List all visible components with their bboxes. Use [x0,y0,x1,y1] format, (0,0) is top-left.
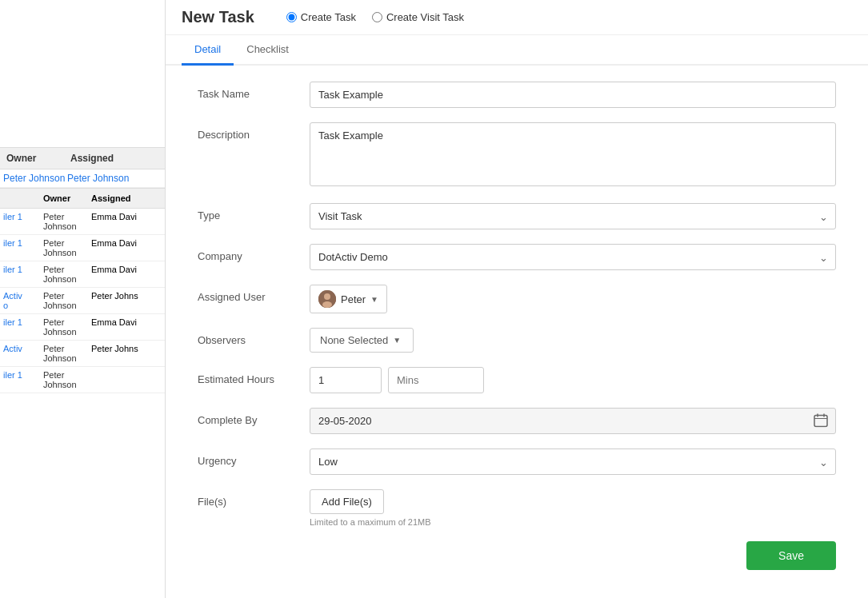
description-control: Task Example [310,122,836,189]
row-assigned: Emma Davi [91,317,162,337]
owner-link[interactable]: Peter Johnson [3,173,65,184]
observers-control: None Selected ▼ [310,328,836,353]
assigned-user-label: Assigned User [198,285,310,303]
urgency-label: Urgency [198,448,310,467]
row-comer[interactable]: iler 1 [3,317,43,337]
col-assigned2: Assigned [91,193,162,203]
row-comer[interactable]: iler 1 [3,238,43,257]
row-assigned: Peter Johns [91,291,162,310]
type-label: Type [198,203,310,221]
observers-button[interactable]: None Selected ▼ [310,328,414,353]
left-panel: Owner Assigned Peter Johnson Peter Johns… [0,0,166,598]
row-assigned: Emma Davi [91,212,162,231]
description-row: Description Task Example [198,122,836,189]
hours-input[interactable] [310,367,382,393]
save-button[interactable]: Save [746,541,836,570]
user-dropdown-arrow: ▼ [370,295,378,304]
radio-create-task-label: Create Task [301,11,356,23]
table-row: Activ PeterJohnson Peter Johns [0,341,165,367]
urgency-select[interactable]: Low Medium High [310,448,836,475]
radio-create-visit[interactable]: Create Visit Task [372,11,464,23]
observers-row: Observers None Selected ▼ [198,328,836,353]
row-comer[interactable]: iler 1 [3,265,43,284]
save-row: Save [198,541,836,586]
row-assigned: Emma Davi [91,265,162,284]
owner-cell[interactable]: Peter Johnson [3,173,67,184]
avatar-icon [318,290,336,308]
estimated-hours-control [310,367,836,393]
table-row: iler 1 PeterJohnson Emma Davi [0,235,165,261]
assigned-cell[interactable]: Peter Johnson [67,173,162,184]
date-wrapper [310,408,836,434]
tab-checklist[interactable]: Checklist [234,35,302,66]
calendar-svg [814,413,828,427]
assigned-user-name: Peter [341,293,366,305]
company-control: DotActiv Demo ⌄ [310,244,836,270]
mins-input[interactable] [388,367,484,393]
urgency-select-wrapper: Low Medium High ⌄ [310,448,836,475]
observers-value: None Selected [320,334,388,346]
company-select-wrapper: DotActiv Demo ⌄ [310,244,836,270]
company-label: Company [198,244,310,262]
task-name-control [310,82,836,108]
company-row: Company DotActiv Demo ⌄ [198,244,836,270]
files-row: File(s) Add File(s) Limited to a maximum… [198,489,836,527]
assigned-user-row: Assigned User Peter ▼ [198,285,836,313]
row-owner: PeterJohnson [43,238,91,257]
assigned-link[interactable]: Peter Johnson [67,173,129,184]
row-assigned [91,370,162,389]
user-avatar [318,290,336,308]
estimated-hours-label: Estimated Hours [198,367,310,385]
tab-detail[interactable]: Detail [182,35,234,66]
svg-point-2 [322,301,332,308]
row-comer[interactable]: Activo [3,291,43,310]
table-section-2: Owner Assigned iler 1 PeterJohnson Emma … [0,188,165,393]
estimated-hours-row: Estimated Hours [198,367,836,393]
add-files-button[interactable]: Add File(s) [310,489,384,514]
radio-create-task-input[interactable] [286,12,297,22]
svg-point-1 [324,293,330,300]
row-owner: PeterJohnson [43,317,91,337]
col-comer [3,193,43,203]
table-row: iler 1 PeterJohnson Emma Davi [0,261,165,288]
tab-bar: Detail Checklist [166,35,868,66]
type-row: Type Visit Task General Task ⌄ [198,203,836,229]
complete-by-control [310,408,836,434]
description-label: Description [198,122,310,141]
type-control: Visit Task General Task ⌄ [310,203,836,229]
row-owner: PeterJohnson [43,370,91,389]
form-body: Task Name Description Task Example Type … [166,66,868,598]
radio-create-visit-input[interactable] [372,12,382,22]
calendar-icon[interactable] [814,413,828,429]
row-comer[interactable]: Activ [3,344,43,363]
table-row: Peter Johnson Peter Johnson [0,169,165,188]
file-note: Limited to a maximum of 21MB [310,517,836,527]
row-owner: PeterJohnson [43,212,91,231]
svg-rect-3 [814,415,827,426]
table-section-1: Owner Assigned Peter Johnson Peter Johns… [0,148,165,188]
col-header-assigned: Assigned [67,153,162,164]
col-owner2: Owner [43,193,91,203]
row-comer[interactable]: iler 1 [3,370,43,389]
task-name-input[interactable] [310,82,836,108]
observers-dropdown-arrow: ▼ [393,336,401,345]
files-label: File(s) [198,489,310,508]
assigned-user-button[interactable]: Peter ▼ [310,285,387,313]
table-header-2: Owner Assigned [0,188,165,209]
row-owner: PeterJohnson [43,265,91,284]
row-comer[interactable]: iler 1 [3,212,43,231]
left-panel-top [0,0,165,148]
company-select[interactable]: DotActiv Demo [310,244,836,270]
description-input[interactable]: Task Example [310,122,836,186]
task-name-label: Task Name [198,82,310,100]
radio-group: Create Task Create Visit Task [286,11,464,23]
date-input[interactable] [310,408,836,434]
row-assigned: Peter Johns [91,344,162,363]
row-owner: PeterJohnson [43,291,91,310]
type-select[interactable]: Visit Task General Task [310,203,836,229]
row-owner: PeterJohnson [43,344,91,363]
radio-create-task[interactable]: Create Task [286,11,356,23]
table-row: iler 1 PeterJohnson Emma Davi [0,314,165,341]
page-title: New Task [182,8,254,26]
table-row: Activo PeterJohnson Peter Johns [0,288,165,314]
